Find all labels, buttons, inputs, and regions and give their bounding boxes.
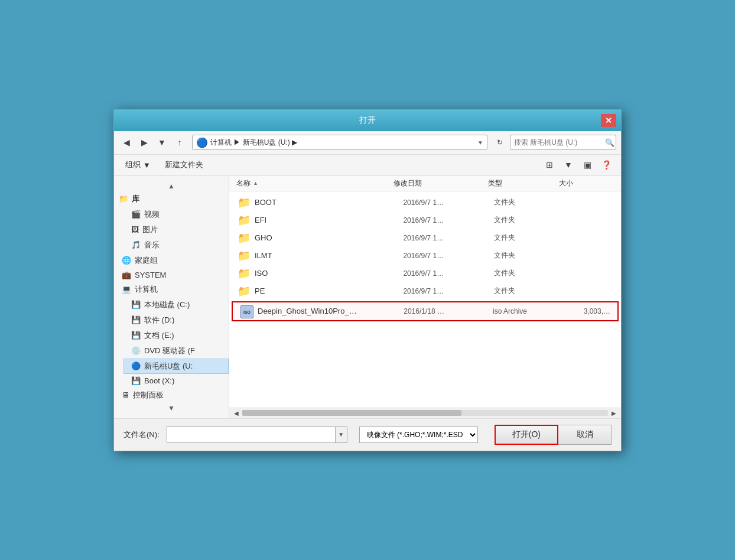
- address-bar[interactable]: 🔵 计算机 ▶ 新毛桃U盘 (U:) ▶ ▼: [192, 135, 487, 150]
- gho-folder-icon: 📁: [237, 232, 251, 245]
- header-date[interactable]: 修改日期: [393, 178, 488, 188]
- view-dropdown-button[interactable]: ▼: [561, 157, 576, 172]
- gho-type: 文件夹: [494, 233, 559, 243]
- filename-input[interactable]: [167, 426, 336, 443]
- organize-button[interactable]: 组织 ▼: [121, 158, 155, 172]
- hscroll-track[interactable]: [242, 410, 608, 416]
- sidebar-item-computer[interactable]: 💻 计算机: [114, 282, 229, 297]
- file-row-pe[interactable]: 📁 PE 2016/9/7 1… 文件夹: [229, 282, 621, 300]
- view-button[interactable]: ⊞: [542, 157, 557, 172]
- deepin-date: 2016/1/18 …: [404, 307, 489, 315]
- dropdown-nav-button[interactable]: ▼: [154, 135, 170, 150]
- deepin-iso-icon: ISO: [240, 304, 254, 318]
- iso-folder-icon: 📁: [237, 267, 251, 280]
- file-header: 名称 ▲ 修改日期 类型 大小: [229, 176, 621, 191]
- efi-date: 2016/9/7 1…: [403, 216, 490, 224]
- boot-type: 文件夹: [494, 197, 559, 207]
- open-button[interactable]: 打开(O): [495, 425, 558, 445]
- address-dropdown-icon[interactable]: ▼: [477, 139, 483, 146]
- header-name-label: 名称: [236, 178, 251, 188]
- action-buttons: 打开(O) 取消: [495, 425, 612, 445]
- search-icon: 🔍: [605, 138, 614, 147]
- sidebar-item-soft-d[interactable]: 💾 软件 (D:): [123, 312, 229, 328]
- header-size[interactable]: 大小: [559, 178, 614, 188]
- file-row-gho[interactable]: 📁 GHO 2016/9/7 1… 文件夹: [229, 229, 621, 247]
- sidebar-scroll-up[interactable]: ▲: [114, 181, 229, 191]
- boot-date: 2016/9/7 1…: [403, 198, 490, 207]
- refresh-button[interactable]: ↻: [492, 135, 508, 150]
- dvd-f-icon: 💿: [131, 346, 141, 355]
- file-row-efi[interactable]: 📁 EFI 2016/9/7 1… 文件夹: [229, 211, 621, 229]
- address-text: 计算机 ▶ 新毛桃U盘 (U:) ▶: [210, 138, 475, 148]
- music-icon: 🎵: [131, 240, 141, 249]
- action-toolbar: 组织 ▼ 新建文件夹 ⊞ ▼ ▣ ❓: [114, 155, 621, 176]
- sidebar-item-control[interactable]: 🖥 控制面板: [114, 388, 229, 403]
- video-icon: 🎬: [131, 210, 141, 219]
- file-list: 📁 BOOT 2016/9/7 1… 文件夹 📁 EFI 2016/9/7 1……: [229, 191, 621, 408]
- deepin-size: 3,003,…: [561, 307, 610, 315]
- pe-date: 2016/9/7 1…: [403, 287, 490, 295]
- sidebar-item-boot-x[interactable]: 💾 Boot (X:): [123, 374, 229, 388]
- file-row-ilmt[interactable]: 📁 ILMT 2016/9/7 1… 文件夹: [229, 247, 621, 265]
- close-button[interactable]: ✕: [601, 114, 616, 127]
- homegroup-label: 家庭组: [135, 255, 158, 266]
- header-name[interactable]: 名称 ▲: [236, 178, 393, 188]
- doc-e-label: 文档 (E:): [144, 330, 174, 341]
- filetype-select[interactable]: 映像文件 (*.GHO;*.WIM;*.ESD: [359, 426, 478, 443]
- sidebar-item-music[interactable]: 🎵 音乐: [123, 237, 229, 253]
- boot-folder-icon: 📁: [237, 196, 251, 209]
- header-type-label: 类型: [488, 178, 502, 188]
- sidebar-item-system[interactable]: 💼 SYSTEM: [114, 268, 229, 282]
- organize-arrow-icon: ▼: [143, 161, 151, 170]
- file-row-boot[interactable]: 📁 BOOT 2016/9/7 1… 文件夹: [229, 194, 621, 211]
- header-type[interactable]: 类型: [488, 178, 559, 188]
- hscroll-thumb: [242, 410, 461, 416]
- help-icon: ❓: [601, 160, 612, 170]
- sidebar-item-library[interactable]: 📁 库: [114, 191, 229, 207]
- horizontal-scrollbar[interactable]: ◀ ▶: [229, 408, 621, 418]
- dropdown-nav-icon: ▼: [158, 138, 166, 147]
- back-button[interactable]: ◀: [119, 135, 134, 150]
- header-size-label: 大小: [559, 178, 573, 188]
- soft-d-label: 软件 (D:): [144, 315, 174, 325]
- usb-u-icon: 🔵: [131, 362, 141, 370]
- view-icon: ⊞: [546, 160, 553, 170]
- sidebar-item-local-c[interactable]: 💾 本地磁盘 (C:): [123, 297, 229, 312]
- cancel-button[interactable]: 取消: [558, 425, 612, 445]
- up-button[interactable]: ↑: [172, 135, 187, 150]
- file-area: 名称 ▲ 修改日期 类型 大小 📁 BOOT 201: [229, 176, 621, 418]
- soft-d-icon: 💾: [131, 315, 141, 324]
- filename-input-wrap: ▼: [167, 426, 347, 443]
- organize-label: 组织: [125, 159, 141, 170]
- search-input[interactable]: [514, 138, 603, 146]
- search-bar: 🔍: [510, 135, 616, 150]
- header-date-label: 修改日期: [393, 178, 422, 188]
- sidebar-item-doc-e[interactable]: 💾 文档 (E:): [123, 328, 229, 343]
- file-row-deepin[interactable]: ISO Deepin_Ghost_Win10Pro_… 2016/1/18 … …: [232, 301, 619, 321]
- sidebar-item-images[interactable]: 🖼 图片: [123, 222, 229, 237]
- deepin-type: iso Archive: [493, 307, 557, 315]
- doc-e-icon: 💾: [131, 331, 141, 340]
- help-button[interactable]: ❓: [599, 157, 614, 172]
- hscroll-right-btn[interactable]: ▶: [609, 408, 619, 418]
- sidebar-item-video[interactable]: 🎬 视频: [123, 207, 229, 222]
- sidebar-scroll-down[interactable]: ▼: [114, 403, 229, 414]
- panel-button[interactable]: ▣: [580, 157, 595, 172]
- sidebar-item-homegroup[interactable]: 🌐 家庭组: [114, 253, 229, 268]
- homegroup-icon: 🌐: [122, 256, 131, 265]
- header-sort-icon: ▲: [253, 180, 258, 186]
- gho-name: GHO: [255, 233, 399, 242]
- forward-button[interactable]: ▶: [136, 135, 152, 150]
- control-label: 控制面板: [133, 390, 164, 401]
- dialog-title: 打开: [134, 115, 601, 126]
- library-icon: 📁: [119, 194, 128, 203]
- pe-type: 文件夹: [494, 286, 559, 296]
- sidebar-item-usb-u[interactable]: 🔵 新毛桃U盘 (U:: [123, 359, 229, 374]
- filename-dropdown-btn[interactable]: ▼: [336, 426, 347, 443]
- boot-x-label: Boot (X:): [144, 376, 174, 385]
- new-folder-button[interactable]: 新建文件夹: [160, 158, 209, 172]
- hscroll-left-btn[interactable]: ◀: [232, 408, 241, 418]
- bottom-bar: 文件名(N): ▼ 映像文件 (*.GHO;*.WIM;*.ESD 打开(O) …: [114, 418, 621, 451]
- file-row-iso[interactable]: 📁 ISO 2016/9/7 1… 文件夹: [229, 265, 621, 282]
- sidebar-item-dvd-f[interactable]: 💿 DVD 驱动器 (F: [123, 343, 229, 359]
